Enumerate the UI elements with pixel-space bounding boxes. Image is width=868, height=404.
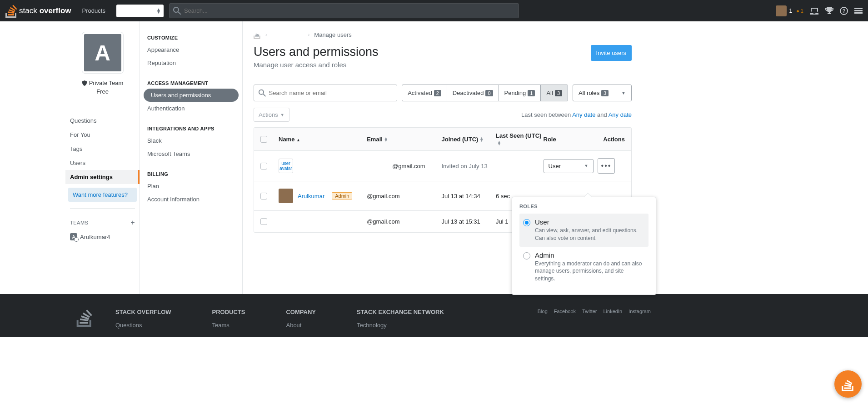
search-input[interactable] — [184, 7, 515, 14]
svg-rect-4 — [854, 12, 863, 14]
user-name-link[interactable]: Arulkumar — [298, 193, 324, 200]
admin-badge: Admin — [332, 192, 352, 200]
radio-checked[interactable] — [523, 219, 530, 226]
chevron-down-icon: ▼ — [584, 164, 589, 168]
col-role-header: Role — [544, 136, 598, 143]
menu-icon[interactable] — [854, 7, 863, 15]
name-search-container — [254, 85, 397, 101]
settings-authentication[interactable]: Authentication — [140, 102, 242, 115]
email-cell: @gmail.com — [367, 163, 441, 170]
avatar — [279, 189, 293, 203]
email-cell: @gmail.com — [367, 193, 441, 200]
divider — [70, 208, 135, 209]
settings-users-permissions[interactable]: Users and permissions — [144, 89, 239, 102]
role-option-desc: Can view, ask, answer, and edit question… — [535, 227, 645, 242]
last-seen-filter: Last seen between Any date and Any date — [521, 111, 632, 118]
role-popup-title: ROLES — [519, 204, 649, 209]
group-billing: BILLING — [140, 169, 242, 180]
row-checkbox[interactable] — [260, 193, 267, 200]
footer-col-title: PRODUCTS — [212, 309, 245, 315]
want-more-link[interactable]: Want more features? — [68, 188, 137, 202]
footer-social-link[interactable]: Twitter — [582, 309, 597, 332]
footer-social-link[interactable]: Blog — [538, 309, 548, 332]
page-header: Users and permissions Manage user access… — [254, 45, 632, 77]
sidebar-item-tags[interactable]: Tags — [65, 142, 140, 156]
sidebar-item-admin[interactable]: Admin settings — [65, 170, 140, 184]
role-popup: ROLES User Can view, ask, answer, and ed… — [512, 197, 656, 295]
email-cell: @gmail.com — [367, 218, 441, 225]
search-icon — [173, 7, 181, 15]
topbar-right: 1 ● 1 ? — [776, 5, 863, 16]
add-team-icon[interactable]: + — [130, 219, 135, 227]
team-privacy-label: Private Team — [71, 80, 134, 86]
shield-icon — [82, 80, 87, 86]
breadcrumb: › › Manage users — [254, 30, 632, 39]
brand-logo[interactable]: stackoverflow — [5, 4, 71, 18]
col-joined-header[interactable]: Joined (UTC)▲▼ — [441, 136, 495, 143]
col-name-header[interactable]: Name ▲ — [279, 136, 367, 143]
sidebar-item-users[interactable]: Users — [65, 156, 140, 170]
chevron-right-icon: › — [265, 32, 267, 37]
sidebar-item-foryou[interactable]: For You — [65, 128, 140, 142]
row-checkbox[interactable] — [260, 163, 267, 170]
any-date-to-link[interactable]: Any date — [609, 111, 632, 118]
row-checkbox[interactable] — [260, 218, 267, 225]
tab-pending[interactable]: Pending1 — [499, 85, 541, 101]
products-link[interactable]: Products — [77, 7, 111, 14]
trophy-icon[interactable] — [825, 7, 833, 15]
invite-users-button[interactable]: Invite users — [591, 45, 632, 61]
col-lastseen-header[interactable]: Last Seen (UTC)▲▼ — [496, 132, 544, 146]
col-email-header[interactable]: Email▲▼ — [367, 136, 441, 143]
settings-msteams[interactable]: Microsoft Teams — [140, 147, 242, 160]
radio-unchecked[interactable] — [523, 252, 530, 259]
name-search-input[interactable] — [269, 90, 393, 96]
footer-link[interactable]: Technology — [357, 322, 444, 329]
settings-slack[interactable]: Slack — [140, 134, 242, 147]
bulk-actions-button[interactable]: Actions ▼ — [254, 108, 289, 122]
table-row: useravatar @gmail.com Invited on July 13… — [254, 151, 631, 181]
main-content: › › Manage users Users and permissions M… — [243, 21, 643, 294]
settings-reputation[interactable]: Reputation — [140, 56, 242, 70]
user-chip[interactable]: 1 ● 1 — [776, 5, 803, 16]
breadcrumb-home-icon[interactable] — [254, 30, 261, 39]
actions-row: Actions ▼ Last seen between Any date and… — [254, 108, 632, 122]
col-actions-header: Actions — [598, 136, 625, 143]
stackoverflow-icon — [5, 4, 17, 18]
group-customize: CUSTOMIZE — [140, 32, 242, 43]
team-entry[interactable]: A Arulkumar4 — [65, 230, 140, 243]
avatar-placeholder: useravatar — [279, 159, 293, 173]
joined-cell: Invited on July 13 — [441, 163, 495, 170]
role-option-user[interactable]: User Can view, ask, answer, and edit que… — [519, 214, 649, 247]
settings-plan[interactable]: Plan — [140, 180, 242, 193]
footer-social-link[interactable]: Instagram — [629, 309, 651, 332]
tab-deactivated[interactable]: Deactivated0 — [447, 85, 499, 101]
footer-social-link[interactable]: LinkedIn — [603, 309, 622, 332]
tab-activated[interactable]: Activated2 — [402, 85, 447, 101]
settings-appearance[interactable]: Appearance — [140, 43, 242, 56]
footer-link[interactable]: Questions — [115, 322, 171, 329]
chevron-right-icon: › — [308, 32, 310, 37]
select-all-checkbox[interactable] — [260, 136, 267, 143]
settings-account-info[interactable]: Account information — [140, 193, 242, 206]
search-icon — [259, 89, 266, 97]
team-entry-icon: A — [70, 233, 77, 240]
team-selector[interactable]: ▲▼ — [116, 5, 164, 17]
role-option-admin[interactable]: Admin Everything a moderator can do and … — [519, 247, 649, 287]
role-select[interactable]: User▼ — [544, 159, 594, 173]
footer-link[interactable]: About — [286, 322, 315, 329]
sidebar-item-questions[interactable]: Questions — [65, 114, 140, 128]
group-access: ACCESS MANAGEMENT — [140, 78, 242, 89]
tab-all[interactable]: All3 — [541, 85, 568, 101]
help-icon[interactable]: ? — [840, 7, 848, 15]
status-filter-tabs: Activated2 Deactivated0 Pending1 All3 — [402, 85, 568, 101]
footer-social-link[interactable]: Facebook — [554, 309, 576, 332]
sort-icon: ▲▼ — [479, 137, 484, 142]
footer: STACK OVERFLOWQuestions PRODUCTSTeams CO… — [0, 294, 868, 337]
inbox-icon[interactable] — [810, 7, 819, 15]
breadcrumb-current: Manage users — [314, 31, 351, 38]
footer-logo[interactable] — [76, 309, 93, 332]
more-actions-button[interactable]: ••• — [598, 158, 615, 174]
footer-link[interactable]: Teams — [212, 322, 245, 329]
roles-filter-dropdown[interactable]: All roles 3 ▼ — [573, 85, 632, 101]
any-date-from-link[interactable]: Any date — [572, 111, 595, 118]
